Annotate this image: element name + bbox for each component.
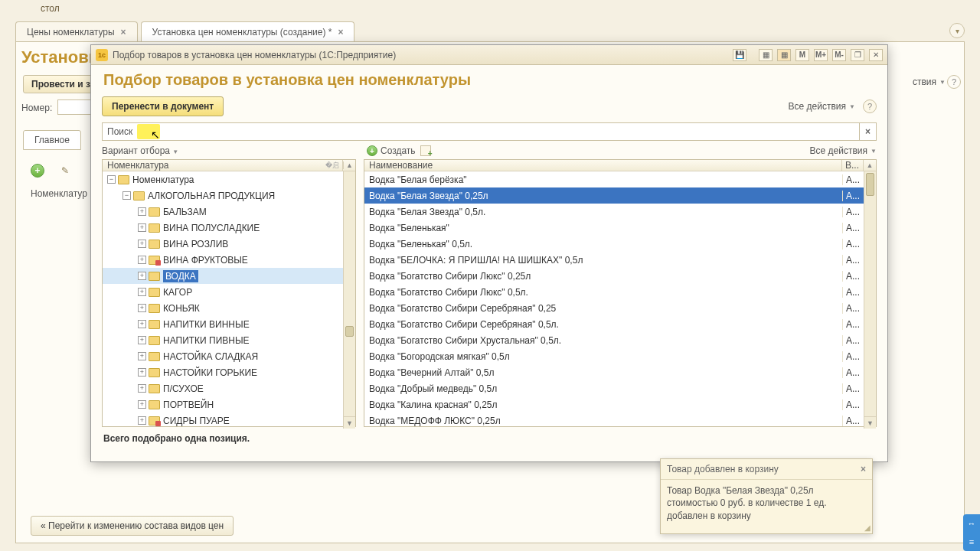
goto-price-types-button[interactable]: « Перейти к изменению состава видов цен xyxy=(31,516,234,536)
expand-icon[interactable] xyxy=(138,416,146,425)
titlebar-calc-icon[interactable]: ▦ xyxy=(759,49,773,61)
folder-icon xyxy=(149,304,160,313)
tree-node[interactable]: ПОРТВЕЙН xyxy=(103,396,343,412)
tree-label: Номенклатура xyxy=(132,174,194,185)
tree-node[interactable]: ВИНА ФРУКТОВЫЕ xyxy=(103,252,343,268)
resize-grip-icon[interactable]: ◢ xyxy=(864,523,871,532)
expand-icon[interactable] xyxy=(138,304,146,312)
expand-icon[interactable] xyxy=(138,207,146,216)
list-item[interactable]: Водка "Добрый медведь" 0,5лА... xyxy=(364,380,864,396)
expand-icon[interactable] xyxy=(138,384,146,393)
expand-icon[interactable] xyxy=(138,272,146,280)
list-item[interactable]: Водка "Богатство Сибири Люкс" 0,25лА... xyxy=(364,268,864,284)
tree-node[interactable]: ВИНА РОЗЛИВ xyxy=(103,236,343,252)
tabs-menu-button[interactable]: ▾ xyxy=(949,23,965,38)
tree-scroll-up[interactable]: ▲ xyxy=(343,161,355,169)
expand-icon[interactable] xyxy=(107,175,116,184)
tab-close-icon[interactable]: × xyxy=(338,27,343,37)
edit-row-icon[interactable]: ✎ xyxy=(61,165,69,176)
expand-icon[interactable] xyxy=(138,400,146,409)
expand-icon[interactable] xyxy=(138,288,146,296)
list-column-name[interactable]: Наименование xyxy=(364,160,842,171)
scrollbar-thumb[interactable] xyxy=(866,173,874,196)
expand-icon[interactable] xyxy=(138,368,146,377)
expand-icon[interactable] xyxy=(138,352,146,360)
post-and-close-button[interactable]: Провести и з xyxy=(23,75,99,93)
list-scrollbar[interactable]: ▼ xyxy=(864,171,876,429)
titlebar-calendar-icon[interactable]: ▦ xyxy=(777,49,791,61)
tree-label: СИДРЫ ПУАРЕ xyxy=(163,416,230,426)
titlebar-mminus-button[interactable]: M- xyxy=(832,49,846,61)
list-item[interactable]: Водка "Белая берёзка"А... xyxy=(364,171,864,187)
tree-column-header[interactable]: Номенклатура�启 xyxy=(103,160,343,171)
tree-node[interactable]: КАГОР xyxy=(103,284,343,300)
tree-scrollbar[interactable]: ▼ xyxy=(343,171,355,429)
tree-node[interactable]: ВОДКА xyxy=(103,268,343,284)
titlebar-close-button[interactable]: ✕ xyxy=(869,49,883,61)
modal-titlebar[interactable]: 1c Подбор товаров в установка цен номенк… xyxy=(91,45,887,65)
tree-node[interactable]: Номенклатура xyxy=(103,171,343,187)
list-item[interactable]: Водка "Вечерний Алтай" 0,5лА... xyxy=(364,364,864,380)
modal-help-button[interactable]: ? xyxy=(863,99,877,113)
tree-node[interactable]: НАСТОЙКИ ГОРЬКИЕ xyxy=(103,364,343,380)
list-item[interactable]: Водка "БЕЛОЧКА: Я ПРИШЛА! НА ШИШКАХ" 0,5… xyxy=(364,252,864,268)
list-column-b[interactable]: В... xyxy=(842,160,864,171)
expand-icon[interactable] xyxy=(138,256,146,264)
list-item[interactable]: Водка "Богородская мягкая" 0,5лА... xyxy=(364,348,864,364)
tree-node[interactable]: СИДРЫ ПУАРЕ xyxy=(103,412,343,429)
modal-all-actions-1[interactable]: Все действия ▼ xyxy=(789,101,855,112)
titlebar-m-button[interactable]: M xyxy=(795,49,809,61)
category-tree[interactable]: НоменклатураАЛКОГОЛЬНАЯ ПРОДУКЦИЯБАЛЬЗАМ… xyxy=(103,171,343,429)
list-item[interactable]: Водка "Богатство Сибири Серебряная" 0,25… xyxy=(364,300,864,316)
tree-scroll-down[interactable]: ▼ xyxy=(344,416,355,429)
expand-icon[interactable] xyxy=(138,240,146,248)
list-item[interactable]: Водка "Калина красная" 0,25лА... xyxy=(364,396,864,412)
create-button[interactable]: + Создать xyxy=(367,145,416,156)
list-item[interactable]: Водка "Богатство Сибири Серебряная" 0,5л… xyxy=(364,316,864,332)
document-tab-1[interactable]: Установка цен номенклатуры (создание) *× xyxy=(141,21,355,42)
list-item[interactable]: Водка "Белая Звезда" 0,5л.А... xyxy=(364,204,864,220)
search-field[interactable]: Поиск ↖ × xyxy=(102,122,877,141)
list-scroll-down[interactable]: ▼ xyxy=(864,416,876,429)
transfer-to-document-button[interactable]: Перенести в документ xyxy=(102,96,224,116)
expand-icon[interactable] xyxy=(122,191,131,200)
desktop-tab[interactable]: стол xyxy=(33,0,67,17)
expand-icon[interactable] xyxy=(138,320,146,328)
titlebar-save-icon[interactable]: 💾 xyxy=(733,49,746,61)
titlebar-mplus-button[interactable]: M+ xyxy=(814,49,828,61)
bg-all-actions[interactable]: ствия ▼ xyxy=(913,77,946,87)
add-row-button[interactable]: + xyxy=(31,164,44,178)
tree-node[interactable]: П/СУХОЕ xyxy=(103,380,343,396)
list-item[interactable]: Водка "Богатство Сибири Люкс" 0,5л.А... xyxy=(364,284,864,300)
list-item[interactable]: Водка "МЕДОФФ ЛЮКС" 0,25лА... xyxy=(364,412,864,429)
list-item[interactable]: Водка "Беленькая"А... xyxy=(364,220,864,236)
filter-variant-dropdown[interactable]: Вариант отбора ▼ xyxy=(102,145,178,156)
main-tab[interactable]: Главное xyxy=(23,130,81,150)
copy-button[interactable] xyxy=(420,145,431,156)
toast-close-button[interactable]: × xyxy=(861,464,866,474)
modal-all-actions-2[interactable]: Все действия ▼ xyxy=(810,145,877,156)
list-item[interactable]: Водка "Богатство Сибири Хрустальная" 0,5… xyxy=(364,332,864,348)
clear-search-button[interactable]: × xyxy=(859,123,876,140)
bg-help-button[interactable]: ? xyxy=(947,75,961,89)
items-list[interactable]: Водка "Белая берёзка"А...Водка "Белая Зв… xyxy=(364,171,864,429)
list-scroll-up[interactable]: ▲ xyxy=(864,160,876,171)
tree-node[interactable]: ВИНА ПОЛУСЛАДКИЕ xyxy=(103,220,343,236)
titlebar-restore-button[interactable]: ❐ xyxy=(851,49,864,61)
tree-node[interactable]: КОНЬЯК xyxy=(103,300,343,316)
document-tab-0[interactable]: Цены номенклатуры× xyxy=(15,21,138,42)
expand-icon[interactable] xyxy=(138,336,146,344)
remote-widget[interactable]: ↔ ≡ xyxy=(963,514,980,551)
tree-node[interactable]: БАЛЬЗАМ xyxy=(103,204,343,220)
tree-node[interactable]: АЛКОГОЛЬНАЯ ПРОДУКЦИЯ xyxy=(103,187,343,204)
tree-node[interactable]: НАСТОЙКА СЛАДКАЯ xyxy=(103,348,343,364)
tree-node[interactable]: НАПИТКИ ВИННЫЕ xyxy=(103,316,343,332)
item-b: А... xyxy=(842,287,864,298)
tab-close-icon[interactable]: × xyxy=(121,27,126,37)
list-item[interactable]: Водка "Беленькая" 0,5л.А... xyxy=(364,236,864,252)
list-item[interactable]: Водка "Белая Звезда" 0,25лА... xyxy=(364,187,864,204)
folder-icon xyxy=(118,175,129,184)
scrollbar-thumb[interactable] xyxy=(345,326,354,337)
expand-icon[interactable] xyxy=(138,223,146,232)
tree-node[interactable]: НАПИТКИ ПИВНЫЕ xyxy=(103,332,343,348)
